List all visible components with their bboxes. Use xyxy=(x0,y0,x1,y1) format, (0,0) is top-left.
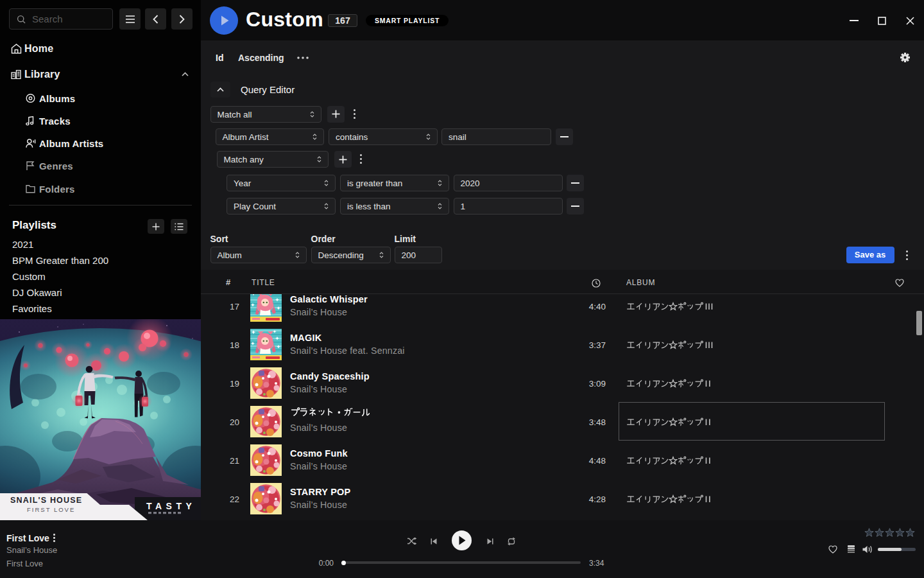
svg-text:FIRST LOVE: FIRST LOVE xyxy=(27,506,75,513)
svg-text:TASTY: TASTY xyxy=(146,501,196,511)
svg-text:SNAIL'S HOUSE: SNAIL'S HOUSE xyxy=(10,496,82,505)
